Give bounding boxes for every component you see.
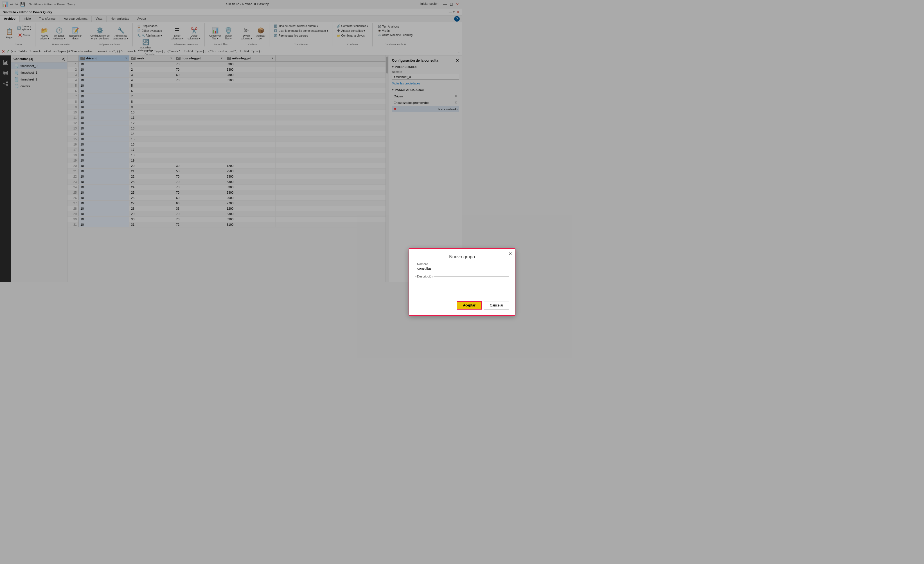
dialog-overlay: Nuevo grupo ✕ Nombre Descripción Aceptar…	[0, 0, 462, 282]
dialog-name-field: Nombre	[415, 264, 462, 273]
new-group-dialog: Nuevo grupo ✕ Nombre Descripción Aceptar…	[409, 248, 462, 282]
dialog-description-field: Descripción	[415, 276, 462, 282]
dialog-title: Nuevo grupo	[415, 254, 462, 260]
dialog-description-label: Descripción	[417, 275, 434, 278]
dialog-name-label: Nombre	[417, 262, 429, 266]
